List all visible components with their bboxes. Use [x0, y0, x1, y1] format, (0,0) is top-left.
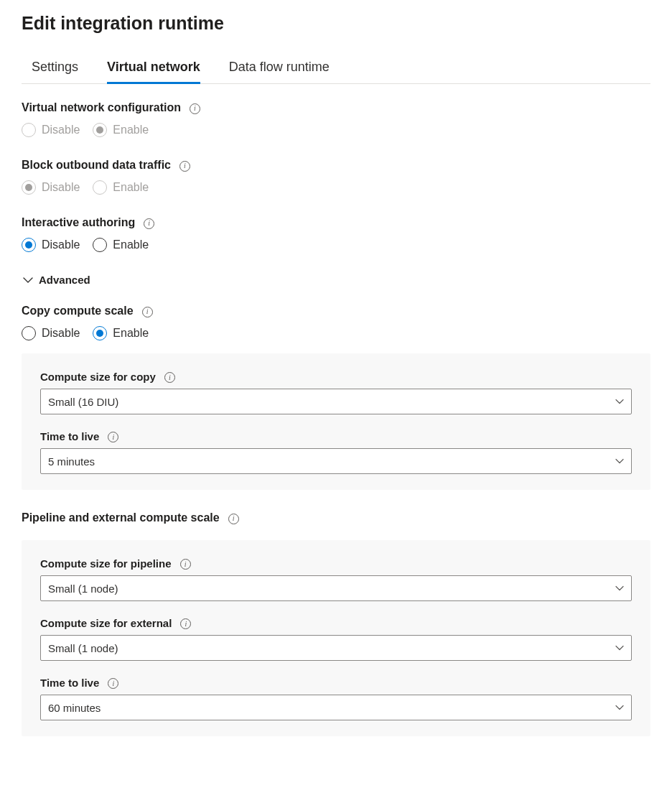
chevron-down-icon	[23, 275, 33, 285]
advanced-label: Advanced	[39, 274, 90, 286]
copy-ttl-text: Time to live	[40, 430, 99, 442]
compute-size-pipeline-text: Compute size for pipeline	[40, 557, 172, 570]
tab-settings[interactable]: Settings	[32, 55, 78, 84]
radio-icon	[22, 123, 36, 137]
select-value: Small (1 node)	[48, 642, 118, 654]
radio-label: Enable	[113, 181, 149, 194]
pipeline-ttl-text: Time to live	[40, 677, 99, 689]
vnet-config-label: Virtual network configuration i	[22, 101, 650, 114]
chevron-down-icon	[615, 457, 624, 465]
copy-compute-scale-disable-option[interactable]: Disable	[22, 326, 80, 340]
block-outbound-enable-option: Enable	[93, 180, 149, 195]
compute-size-pipeline-label: Compute size for pipeline i	[40, 557, 632, 570]
tab-virtual-network[interactable]: Virtual network	[107, 55, 200, 84]
copy-compute-scale-text: Copy compute scale	[22, 305, 134, 317]
block-outbound-disable-option: Disable	[22, 180, 80, 195]
copy-compute-scale-radio-group: Disable Enable	[22, 326, 650, 340]
info-icon[interactable]: i	[142, 307, 153, 317]
info-icon[interactable]: i	[180, 618, 191, 629]
radio-icon	[93, 123, 107, 137]
compute-size-copy-label: Compute size for copy i	[40, 371, 632, 383]
select-value: 5 minutes	[48, 455, 95, 468]
block-outbound-label: Block outbound data traffic i	[22, 159, 650, 172]
pipeline-external-text: Pipeline and external compute scale	[22, 511, 220, 524]
pipeline-external-panel: Compute size for pipeline i Small (1 nod…	[22, 540, 650, 736]
copy-ttl-select[interactable]: 5 minutes	[40, 448, 632, 474]
radio-label: Enable	[113, 124, 149, 136]
select-value: 60 minutes	[48, 702, 101, 714]
pipeline-external-label: Pipeline and external compute scale i	[22, 511, 650, 524]
copy-ttl-label: Time to live i	[40, 430, 632, 442]
chevron-down-icon	[615, 584, 624, 593]
tab-bar: Settings Virtual network Data flow runti…	[22, 55, 650, 84]
compute-size-external-label: Compute size for external i	[40, 617, 632, 629]
chevron-down-icon	[615, 644, 624, 652]
pipeline-ttl-select[interactable]: 60 minutes	[40, 695, 632, 720]
radio-label: Disable	[42, 181, 80, 194]
info-icon[interactable]: i	[228, 514, 239, 524]
info-icon[interactable]: i	[190, 103, 200, 114]
vnet-config-text: Virtual network configuration	[22, 101, 181, 114]
interactive-authoring-disable-option[interactable]: Disable	[22, 238, 80, 252]
radio-icon	[22, 180, 36, 195]
vnet-config-enable-option: Enable	[93, 123, 149, 137]
compute-size-copy-select[interactable]: Small (16 DIU)	[40, 389, 632, 414]
advanced-toggle[interactable]: Advanced	[23, 274, 650, 286]
chevron-down-icon	[615, 397, 624, 406]
interactive-authoring-text: Interactive authoring	[22, 216, 135, 229]
interactive-authoring-radio-group: Disable Enable	[22, 238, 650, 252]
info-icon[interactable]: i	[180, 559, 191, 570]
copy-compute-scale-enable-option[interactable]: Enable	[93, 326, 149, 340]
vnet-config-disable-option: Disable	[22, 123, 80, 137]
page-title: Edit integration runtime	[22, 13, 650, 34]
radio-label: Enable	[113, 238, 149, 251]
pipeline-ttl-label: Time to live i	[40, 677, 632, 689]
chevron-down-icon	[615, 703, 624, 712]
compute-size-external-text: Compute size for external	[40, 617, 172, 629]
select-value: Small (1 node)	[48, 583, 118, 595]
radio-icon	[22, 238, 36, 252]
info-icon[interactable]: i	[108, 432, 118, 442]
info-icon[interactable]: i	[144, 218, 154, 229]
radio-label: Disable	[42, 238, 80, 251]
select-value: Small (16 DIU)	[48, 396, 118, 408]
block-outbound-radio-group: Disable Enable	[22, 180, 650, 195]
radio-label: Enable	[113, 327, 149, 340]
info-icon[interactable]: i	[179, 161, 190, 172]
radio-label: Disable	[42, 124, 80, 136]
interactive-authoring-enable-option[interactable]: Enable	[93, 238, 149, 252]
tab-data-flow-runtime[interactable]: Data flow runtime	[229, 55, 330, 84]
info-icon[interactable]: i	[164, 372, 175, 383]
compute-size-copy-text: Compute size for copy	[40, 371, 156, 383]
copy-compute-panel: Compute size for copy i Small (16 DIU) T…	[22, 353, 650, 490]
compute-size-pipeline-select[interactable]: Small (1 node)	[40, 575, 632, 601]
copy-compute-scale-label: Copy compute scale i	[22, 305, 650, 317]
vnet-config-radio-group: Disable Enable	[22, 123, 650, 137]
interactive-authoring-label: Interactive authoring i	[22, 216, 650, 229]
radio-label: Disable	[42, 327, 80, 340]
radio-icon	[22, 326, 36, 340]
info-icon[interactable]: i	[108, 678, 118, 689]
compute-size-external-select[interactable]: Small (1 node)	[40, 635, 632, 661]
block-outbound-text: Block outbound data traffic	[22, 159, 171, 172]
radio-icon	[93, 326, 107, 340]
radio-icon	[93, 180, 107, 195]
radio-icon	[93, 238, 107, 252]
